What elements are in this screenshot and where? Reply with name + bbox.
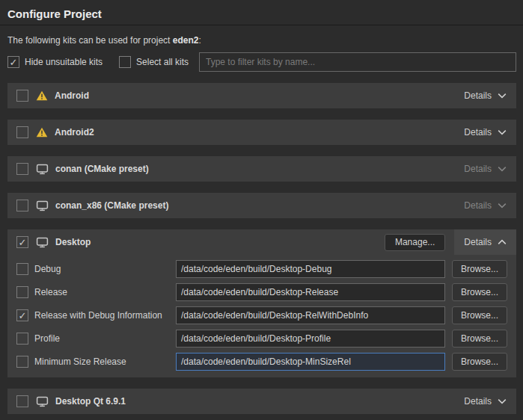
build-config-checkbox[interactable] [16, 333, 28, 345]
kit-row-desktop-qt: Desktop Qt 6.9.1 Details [7, 389, 516, 414]
details-toggle[interactable]: Details [454, 83, 516, 108]
kit-name: Desktop [55, 237, 91, 247]
chevron-down-icon [498, 93, 507, 99]
kit-checkbox[interactable] [16, 236, 28, 248]
filter-bar: Hide unsuitable kits Select all kits [7, 52, 516, 72]
select-all-kits-label: Select all kits [136, 57, 189, 67]
details-label: Details [464, 164, 492, 174]
manage-kits-button[interactable]: Manage... [385, 234, 445, 251]
build-config-checkbox[interactable] [16, 356, 28, 368]
chevron-down-icon [498, 129, 507, 135]
select-all-kits-checkbox[interactable]: Select all kits [119, 56, 189, 68]
chevron-down-icon [498, 203, 507, 209]
build-config-row-relwithdebinfo: Release with Debug Information Browse... [16, 306, 507, 324]
build-dir-input[interactable] [176, 330, 445, 348]
kits-description-text: The following kits can be used for proje… [7, 35, 173, 46]
build-config-checkbox[interactable] [16, 286, 28, 298]
hide-unsuitable-kits-label: Hide unsuitable kits [25, 57, 103, 67]
kit-row-conan: conan (CMake preset) Details [7, 156, 516, 182]
kit-checkbox[interactable] [16, 200, 28, 211]
kit-checkbox[interactable] [16, 163, 28, 175]
details-toggle[interactable]: Details [454, 120, 516, 145]
details-label: Details [464, 200, 492, 211]
kit-name: conan (CMake preset) [55, 164, 149, 174]
details-toggle[interactable]: Details [454, 389, 516, 414]
hide-unsuitable-kits-checkbox[interactable]: Hide unsuitable kits [7, 56, 103, 68]
kit-panel-desktop: Desktop Manage... Details Debug Browse..… [7, 229, 516, 377]
build-config-label: Profile [34, 333, 176, 344]
build-config-row-profile: Profile Browse... [16, 330, 507, 348]
kit-checkbox[interactable] [16, 395, 28, 407]
title-divider [0, 25, 523, 25]
page-title: Configure Project [0, 0, 523, 25]
details-toggle[interactable]: Details [454, 156, 516, 182]
details-toggle[interactable]: Details [454, 229, 516, 255]
kit-row-android: Android Details [7, 83, 516, 108]
build-config-row-minsizerel: Minimum Size Release Browse... [16, 353, 507, 371]
kit-row-conan-x86: conan_x86 (CMake preset) Details [7, 193, 516, 218]
desktop-icon [36, 396, 49, 407]
build-config-label: Release [34, 287, 176, 297]
kit-name: Desktop Qt 6.9.1 [55, 396, 126, 407]
details-toggle[interactable]: Details [454, 193, 516, 218]
warning-icon [36, 90, 48, 101]
configure-project-page: Configure Project The following kits can… [0, 0, 523, 420]
build-config-label: Minimum Size Release [34, 356, 176, 367]
kits-description-colon: : [198, 35, 201, 46]
browse-button[interactable]: Browse... [452, 353, 507, 371]
kit-name: Android [55, 90, 89, 101]
build-dir-input[interactable] [176, 283, 445, 301]
kit-checkbox[interactable] [16, 126, 28, 138]
build-dir-input[interactable] [176, 306, 445, 324]
browse-button[interactable]: Browse... [452, 283, 507, 301]
build-config-label: Release with Debug Information [34, 310, 176, 321]
chevron-down-icon [498, 398, 507, 404]
build-config-checkbox[interactable] [16, 309, 28, 321]
chevron-down-icon [498, 166, 507, 172]
build-dir-input[interactable] [176, 353, 445, 371]
build-config-label: Debug [34, 264, 176, 274]
kit-filter-input[interactable] [199, 52, 516, 72]
details-label: Details [464, 90, 492, 101]
details-label: Details [464, 237, 492, 247]
details-label: Details [464, 127, 492, 138]
checkbox-icon[interactable] [7, 56, 19, 68]
desktop-icon [36, 164, 49, 175]
desktop-icon [36, 237, 49, 248]
build-config-checkbox[interactable] [16, 263, 28, 275]
kit-row-desktop: Desktop Manage... Details [7, 229, 516, 255]
build-config-row-release: Release Browse... [16, 283, 507, 301]
kit-checkbox[interactable] [16, 90, 28, 102]
project-name: eden2 [173, 35, 199, 46]
desktop-icon [36, 200, 49, 211]
build-dir-input[interactable] [176, 260, 445, 278]
chevron-up-icon [498, 239, 507, 245]
kit-name: Android2 [55, 127, 94, 138]
kits-description: The following kits can be used for proje… [7, 35, 516, 46]
kit-row-android2: Android2 Details [7, 120, 516, 145]
build-config-row-debug: Debug Browse... [16, 260, 507, 278]
details-label: Details [464, 396, 492, 407]
browse-button[interactable]: Browse... [452, 260, 507, 278]
browse-button[interactable]: Browse... [452, 306, 507, 324]
checkbox-icon[interactable] [119, 56, 131, 68]
kit-name: conan_x86 (CMake preset) [55, 200, 168, 211]
warning-icon [36, 127, 48, 138]
browse-button[interactable]: Browse... [452, 330, 507, 348]
